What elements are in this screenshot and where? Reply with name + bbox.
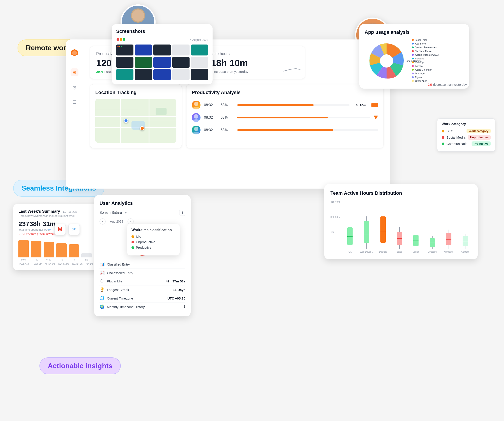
work-cat-title: Work category [442, 122, 491, 126]
comm-dot [442, 142, 444, 145]
whisker-wd-top [366, 216, 367, 221]
median-dir [430, 243, 435, 243]
prod-wt-label: Productive [136, 246, 151, 249]
prod-row-2: 08:32 68% [192, 111, 378, 124]
app-usage-card: App usage analysis [359, 24, 469, 89]
svg-point-10 [117, 38, 119, 41]
bar-mon-fill [18, 240, 29, 257]
whisker-con-bot [465, 246, 465, 249]
timezone-label: Current Timezone [107, 296, 133, 300]
screenshot-thumb-1[interactable] [116, 44, 133, 55]
legend-duolingo: Duolingo [412, 72, 464, 75]
screenshot-thumb-4[interactable] [172, 44, 190, 55]
screenshot-thumb-5[interactable] [191, 44, 208, 55]
comm-label: Communication [447, 142, 469, 146]
summary-subtitle: Here's how Mytime was looked like last w… [18, 214, 104, 218]
median-d [380, 232, 386, 232]
screenshot-thumb-9[interactable] [172, 57, 190, 68]
svg-point-26 [194, 114, 198, 119]
screenshot-thumb-15[interactable] [191, 69, 208, 80]
box-desktop [380, 210, 386, 249]
sidebar-icon-dashboard[interactable]: ⊞ [71, 68, 78, 76]
sidebar-icon-time[interactable]: ◷ [71, 83, 78, 91]
val-mon: 4700h 41m [18, 263, 29, 265]
whisker-con-top [465, 234, 465, 236]
ua-dropdown-icon[interactable]: ▼ [124, 211, 127, 215]
screenshot-grid [116, 44, 208, 80]
integration-icons: M 📧 [48, 224, 80, 235]
gmail-icon[interactable]: M [54, 224, 66, 235]
bar-thu: Thu [56, 243, 66, 261]
wt-prod: Productive [132, 246, 175, 249]
map-pin-1 [124, 119, 128, 123]
pie-chart: Google Chrome [365, 39, 408, 83]
label-sales: Sales [397, 251, 402, 253]
median-s [397, 238, 402, 239]
prod-bar-1 [237, 104, 349, 106]
screenshot-thumb-11[interactable] [116, 69, 133, 80]
comm-badge: Productive [472, 141, 491, 146]
whisker-qa-top [350, 223, 350, 227]
prod-indicator-1 [372, 103, 378, 107]
prod-hours-1: 8h10m [353, 103, 366, 107]
bar-sat-fill [81, 253, 92, 257]
outlook-icon[interactable]: 📧 [68, 224, 80, 235]
ua-plugin-idle: ⏱ Plugin Idle 49h 37m 53s [100, 277, 185, 286]
box-mkt-fill [446, 233, 451, 245]
screenshot-thumb-6[interactable] [116, 57, 133, 68]
whisker-dir-bot [432, 247, 432, 249]
streak-icon: 🏆 [100, 287, 105, 292]
screenshot-thumb-7[interactable] [135, 57, 152, 68]
screenshot-thumb-12[interactable] [135, 69, 152, 80]
prod-row-3: 08:32 68% [192, 124, 378, 136]
summary-dates: 11 - 16 July [63, 210, 77, 213]
prod-bar-fill-1 [237, 104, 314, 106]
lower-row: Location Tracking [90, 84, 384, 148]
actionable-label-text: Actionable insights [48, 362, 112, 370]
bar-wed: Wed [44, 242, 54, 261]
screenshot-thumb-3[interactable] [153, 44, 171, 55]
classified-icon: 📊 [100, 262, 105, 267]
scene: Remote work & people management Seamless… [0, 0, 504, 421]
svg-point-14 [380, 54, 393, 67]
idle-label: Plugin Idle [107, 279, 122, 283]
col-qa: QA [344, 223, 357, 253]
whisker-dir-top [432, 236, 432, 238]
col-content: Content [459, 234, 472, 253]
prod-rows: 08:32 68% 8h10m 08:32 [192, 99, 378, 136]
bar-wed-fill [44, 242, 54, 257]
location-tracking-title: Location Tracking [95, 90, 176, 95]
bar-tue-fill [31, 241, 41, 257]
classified-label: Classified Entry [107, 262, 130, 266]
location-tracking-card: Location Tracking [90, 84, 182, 148]
box-design [413, 232, 419, 249]
legend-togg: Toggl Track [412, 39, 464, 41]
screenshot-thumb-2[interactable] [135, 44, 152, 55]
svg-point-3 [132, 9, 144, 22]
screenshots-card: Screenshots 4 August 2023 [112, 24, 213, 85]
ua-timezone-history: 🌍 Monthly Timezone History ℹ [100, 303, 185, 311]
ua-info-btn[interactable]: ℹ [179, 210, 185, 216]
timezone-hist-info[interactable]: ℹ [184, 305, 185, 309]
sidebar: ⊞ ◷ ☰ [66, 39, 83, 189]
prod-pct-2: 68% [221, 116, 234, 120]
svg-point-11 [120, 38, 122, 41]
bar-mon: Mon [18, 240, 29, 261]
social-label: Social Media [447, 135, 465, 139]
ua-month-label: Aug 2023 [110, 220, 123, 223]
screenshot-thumb-8[interactable] [153, 57, 171, 68]
screenshot-thumb-13[interactable] [153, 69, 171, 80]
unprod-dot [132, 241, 134, 243]
prod-pct-3: 68% [221, 128, 234, 132]
sidebar-icon-reports[interactable]: ☰ [71, 98, 78, 106]
streak-value: 11 Days [173, 288, 185, 292]
seo-badge: Work category [467, 129, 491, 133]
ua-prev-btn[interactable]: ‹ [100, 218, 106, 225]
prod-avatar-3 [192, 126, 200, 134]
bar-sat-label: Sat [85, 258, 89, 261]
map-area [95, 99, 176, 143]
screenshot-thumb-10[interactable] [191, 57, 208, 68]
productivity-analysis-title: Productivity Analysis [192, 90, 378, 95]
timezone-value: UTC +05:30 [168, 296, 185, 300]
screenshot-thumb-14[interactable] [172, 69, 190, 80]
